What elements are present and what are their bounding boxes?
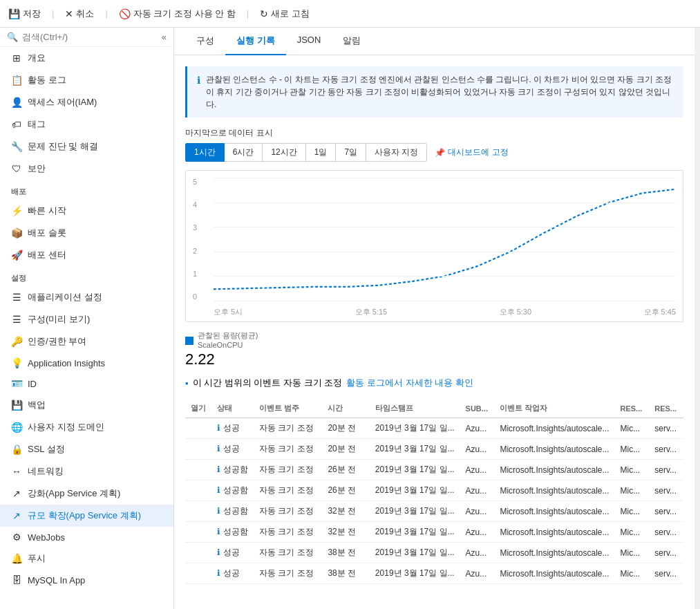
sidebar-item-tags[interactable]: 🏷 태그	[0, 113, 173, 135]
cell-sub-1: Azu...	[460, 439, 495, 460]
diagnose-icon: 🔧	[11, 141, 22, 152]
refresh-icon: ↻	[260, 8, 268, 19]
col-header-res2: RES...	[649, 399, 683, 418]
cell-resource-4: Microsoft.Insights/autoscale...	[494, 501, 614, 522]
sidebar-item-networking[interactable]: ↔ 네트워킹	[0, 460, 173, 482]
save-icon: 💾	[8, 8, 20, 19]
cell-sub-3: Azu...	[460, 480, 495, 501]
cell-category-1: 자동 크기 조정	[254, 439, 322, 460]
sidebar-item-app-insights[interactable]: 💡 Application Insights	[0, 353, 173, 373]
table-row[interactable]: ℹ성공함 자동 크기 조정 26분 전 2019년 3월 17일 일... Az…	[185, 480, 683, 501]
cell-time-1: 20분 전	[322, 439, 369, 460]
cell-resource-0: Microsoft.Insights/autoscale...	[494, 418, 614, 439]
refresh-button[interactable]: ↻ 새로 고침	[260, 8, 310, 20]
col-header-status: 상태	[211, 399, 254, 418]
cancel-button[interactable]: ✕ 취소	[65, 8, 94, 20]
chart-x-axis: 오후 5시 오후 5:15 오후 5:30 오후 5:45	[214, 307, 676, 317]
cell-time-4: 32분 전	[322, 501, 369, 522]
search-input[interactable]	[22, 32, 158, 42]
id-icon: 🪪	[11, 378, 22, 389]
backup-icon: 💾	[11, 400, 22, 411]
cell-res1-3: Mic...	[614, 480, 649, 501]
cancel-icon: ✕	[65, 8, 73, 19]
tab-config[interactable]: 구성	[185, 28, 225, 55]
status-icon-4: ℹ	[217, 506, 220, 516]
sidebar-item-config-preview[interactable]: ☰ 구성(미리 보기)	[0, 308, 173, 330]
tab-json[interactable]: JSON	[286, 28, 332, 55]
activity-log-link[interactable]: 활동 로그에서 자세한 내용 확인	[346, 377, 473, 389]
sidebar-item-ssl[interactable]: 🔒 SSL 설정	[0, 438, 173, 460]
sidebar-item-diagnose[interactable]: 🔧 문제 진단 및 해결	[0, 135, 173, 158]
cell-status-6: ℹ성공	[211, 543, 254, 563]
collapse-icon[interactable]: «	[162, 32, 167, 42]
y-label-4: 4	[193, 200, 197, 209]
grid-line-3	[214, 227, 676, 227]
grid-line-4	[214, 203, 676, 203]
chart-area	[214, 178, 676, 301]
col-header-resource: 이벤트 작업자	[494, 399, 614, 418]
cell-time-6: 38분 전	[322, 543, 369, 563]
time-btn-12h[interactable]: 12시간	[262, 143, 305, 162]
custom-domain-icon: 🌐	[11, 422, 22, 433]
sidebar-item-auth[interactable]: 🔑 인증/권한 부여	[0, 330, 173, 353]
y-label-0: 0	[193, 292, 197, 301]
time-btn-1d[interactable]: 1일	[305, 143, 337, 162]
scale-out-icon: ↗	[11, 510, 22, 521]
col-header-timestamp: 타임스탬프	[370, 399, 460, 418]
status-icon-0: ℹ	[217, 423, 220, 433]
sidebar-item-id[interactable]: 🪪 ID	[0, 373, 173, 394]
time-btn-7d[interactable]: 7일	[335, 143, 366, 162]
status-icon-5: ℹ	[217, 527, 220, 536]
y-label-5: 5	[193, 178, 197, 186]
sidebar-item-scale-up[interactable]: ↗ 강화(App Service 계획)	[0, 482, 173, 505]
table-row[interactable]: ℹ성공함 자동 크기 조정 32분 전 2019년 3월 17일 일... Az…	[185, 501, 683, 522]
sidebar-item-deploy-slots[interactable]: 📦 배포 슬롯	[0, 222, 173, 244]
cell-sub-4: Azu...	[460, 501, 495, 522]
sep3: |	[247, 8, 249, 19]
table-row[interactable]: ℹ성공 자동 크기 조정 38분 전 2019년 3월 17일 일... Azu…	[185, 563, 683, 584]
cell-resource-3: Microsoft.Insights/autoscale...	[494, 480, 614, 501]
sidebar-item-deploy-center[interactable]: 🚀 배포 센터	[0, 244, 173, 266]
col-header-res1: RES...	[614, 399, 649, 418]
x-label-3: 오후 5:45	[644, 307, 676, 317]
tabs-bar: 구성 실행 기록 JSON 알림	[174, 28, 694, 55]
right-scrollbar[interactable]	[694, 28, 700, 609]
cell-timestamp-4: 2019년 3월 17일 일...	[370, 501, 460, 522]
table-row[interactable]: ℹ성공함 자동 크기 조정 32분 전 2019년 3월 17일 일... Az…	[185, 522, 683, 543]
sidebar-item-scale-out[interactable]: ↗ 규모 확장(App Service 계획)	[0, 505, 173, 527]
col-header-open: 열기	[185, 399, 211, 418]
cell-category-6: 자동 크기 조정	[254, 543, 322, 563]
autoscale-button[interactable]: 🚫 자동 크기 조정 사용 안 함	[119, 8, 236, 20]
sidebar-item-backup[interactable]: 💾 백업	[0, 394, 173, 416]
time-range-label: 마지막으로 데이터 표시	[185, 127, 683, 139]
sidebar-item-push[interactable]: 🔔 푸시	[0, 547, 173, 570]
sidebar-item-quickstart[interactable]: ⚡ 빠른 시작	[0, 200, 173, 222]
sidebar-item-mysql[interactable]: 🗄 MySQL In App	[0, 570, 173, 590]
sidebar-item-app-settings[interactable]: ☰ 애플리케이션 설정	[0, 286, 173, 308]
time-btn-custom[interactable]: 사용자 지정	[366, 143, 427, 162]
sidebar-item-activity-log[interactable]: 📋 활동 로그	[0, 69, 173, 91]
sidebar-item-overview[interactable]: ⊞ 개요	[0, 47, 173, 69]
save-button[interactable]: 💾 저장	[8, 8, 41, 20]
table-row[interactable]: ℹ성공 자동 크기 조정 20분 전 2019년 3월 17일 일... Azu…	[185, 418, 683, 439]
dashboard-pin-button[interactable]: 📌 대시보드에 고정	[435, 147, 508, 158]
cell-sub-6: Azu...	[460, 543, 495, 563]
time-btn-6h[interactable]: 6시간	[224, 143, 263, 162]
sidebar-item-webjobs[interactable]: ⚙ WebJobs	[0, 527, 173, 547]
tab-alerts[interactable]: 알림	[332, 28, 372, 55]
chart-svg	[214, 178, 676, 301]
table-row[interactable]: ℹ성공 자동 크기 조정 38분 전 2019년 3월 17일 일... Azu…	[185, 543, 683, 563]
cell-open-7	[185, 563, 211, 584]
sidebar-item-iam[interactable]: 👤 액세스 제어(IAM)	[0, 91, 173, 113]
tab-run-history[interactable]: 실행 기록	[225, 28, 286, 55]
time-btn-1h[interactable]: 1시간	[185, 143, 225, 162]
sidebar-item-custom-domain[interactable]: 🌐 사용자 지정 도메인	[0, 416, 173, 438]
auth-icon: 🔑	[11, 336, 22, 347]
cell-sub-5: Azu...	[460, 522, 495, 543]
cell-category-5: 자동 크기 조정	[254, 522, 322, 543]
table-row[interactable]: ℹ성공함 자동 크기 조정 26분 전 2019년 3월 17일 일... Az…	[185, 460, 683, 480]
sidebar-item-security[interactable]: 🛡 보안	[0, 158, 173, 180]
cell-sub-2: Azu...	[460, 460, 495, 480]
cell-status-0: ℹ성공	[211, 418, 254, 439]
table-row[interactable]: ℹ성공 자동 크기 조정 20분 전 2019년 3월 17일 일... Azu…	[185, 439, 683, 460]
